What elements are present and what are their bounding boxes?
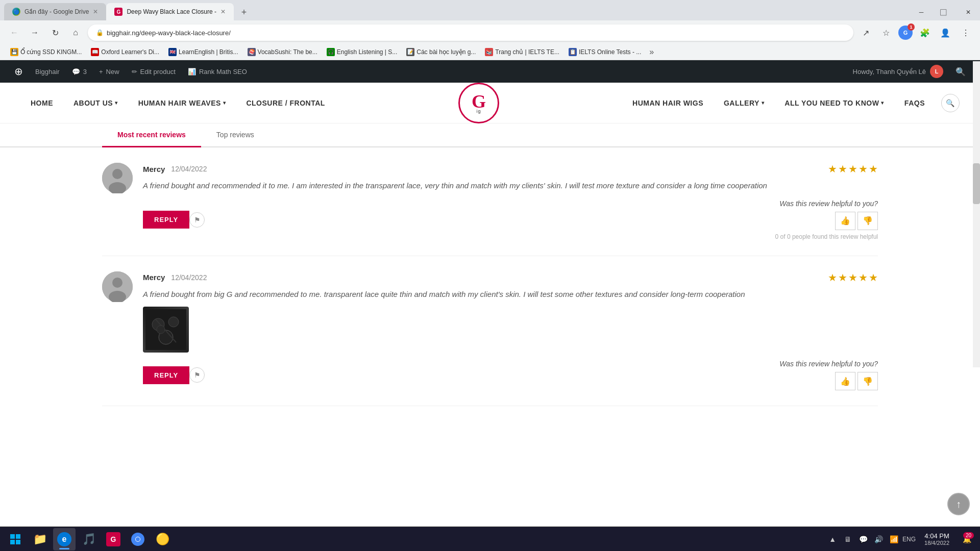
scroll-to-top-button[interactable]: ↑	[947, 493, 970, 515]
tray-network-icon[interactable]: 📶	[887, 532, 901, 546]
more-bookmarks-button[interactable]: »	[646, 46, 657, 58]
wp-logo-icon: ⊕	[14, 65, 23, 78]
chrome-icon	[131, 532, 145, 546]
address-input[interactable]: 🔒 bigghair.ng/deep-wavy-black-lace-closu…	[88, 24, 853, 41]
windows-icon	[8, 532, 22, 546]
profile-button[interactable]: 👤	[937, 24, 953, 41]
svg-rect-13	[16, 534, 20, 539]
bookmark-4[interactable]: 🍣 VocabSushi: The be...	[243, 46, 322, 58]
tab-top-reviews[interactable]: Top reviews	[201, 123, 270, 147]
bookmark-4-label: VocabSushi: The be...	[258, 48, 317, 56]
review-1-reply-button[interactable]: REPLY	[143, 211, 189, 229]
address-url: bigghair.ng/deep-wavy-black-lace-closure…	[107, 29, 231, 37]
scrollbar[interactable]	[973, 61, 980, 367]
browser-tab-1[interactable]: 🔵 Gần đây - Google Drive ✕	[4, 3, 106, 20]
tab-most-recent[interactable]: Most recent reviews	[102, 123, 201, 147]
wp-search-button[interactable]: 🔍	[949, 67, 972, 77]
tray-up-arrow[interactable]: ▲	[825, 532, 840, 546]
wp-avatar: L	[930, 65, 943, 78]
media-button[interactable]: 🎵	[78, 528, 100, 550]
media-icon: 🎵	[82, 532, 96, 546]
bookmark-2-icon: 📖	[91, 48, 99, 56]
wp-edit-product-item[interactable]: ✏ Edit product	[126, 60, 182, 83]
review-2-flag-button[interactable]: ⚑	[189, 367, 205, 383]
app4-button[interactable]: G	[102, 528, 125, 550]
notification-center-button[interactable]: 🔔 20	[958, 530, 976, 548]
notification-badge: 20	[963, 532, 974, 539]
nav-all-you-need[interactable]: ALL YOU NEED TO KNOW ▾	[774, 83, 894, 123]
bookmark-3[interactable]: 🇬🇧 LearnEnglish | Britis...	[164, 46, 242, 58]
start-button[interactable]	[4, 528, 27, 550]
close-button[interactable]: ✕	[957, 4, 980, 20]
review-1-flag-button[interactable]: ⚑	[189, 212, 205, 228]
wp-new-item[interactable]: + New	[93, 60, 126, 83]
nav-human-hair-weaves[interactable]: HUMAN HAIR WEAVES ▾	[128, 83, 236, 123]
review-2-image[interactable]	[143, 307, 189, 353]
wp-admin-right: Howdy, Thanh Quyền Lê L 🔍	[847, 65, 972, 78]
tray-chat-icon[interactable]: 💬	[856, 532, 870, 546]
app6-button[interactable]: 🟡	[151, 528, 174, 550]
nav-closure-frontal[interactable]: CLOSURE / FRONTAL	[236, 83, 335, 123]
wp-comments-item[interactable]: 💬 3	[66, 60, 93, 83]
browser-tab-2[interactable]: G Deep Wavy Black Lace Closure - ✕	[106, 3, 234, 20]
maximize-button[interactable]: ⃞	[933, 4, 957, 20]
star4: ★	[859, 163, 868, 175]
tab2-close[interactable]: ✕	[220, 8, 226, 15]
review-2-helpful-section: Was this review helpful to you? 👍 👎	[779, 360, 878, 390]
forward-button[interactable]: →	[27, 24, 43, 41]
extensions-button[interactable]: 🧩	[917, 24, 933, 41]
file-explorer-button[interactable]: 📁	[29, 528, 51, 550]
site-navigation: HOME ABOUT US ▾ HUMAN HAIR WEAVES ▾ CLOS…	[0, 83, 980, 123]
review-2-text: A friend bought from big G and recommend…	[143, 288, 878, 301]
tray-lang-label[interactable]: ENG	[902, 532, 916, 546]
app4-icon: G	[106, 532, 120, 546]
share-button[interactable]: ↗	[857, 24, 874, 41]
home-button[interactable]: ⌂	[67, 24, 84, 41]
tab1-close[interactable]: ✕	[93, 8, 98, 15]
nav-faqs[interactable]: FAQS	[894, 83, 935, 123]
chrome-button[interactable]	[127, 528, 149, 550]
site-logo[interactable]: G ig	[458, 83, 499, 123]
nav-human-hair-wigs[interactable]: HUMAN HAIR WIGS	[622, 83, 714, 123]
bookmark-7[interactable]: 📚 Trang chủ | IELTS TE...	[481, 46, 564, 58]
wp-logo-item[interactable]: ⊕	[8, 60, 29, 83]
wp-site-item[interactable]: Bigghair	[29, 60, 66, 83]
bookmark-1[interactable]: 💾 Ổ cứng SSD KINGM...	[6, 46, 86, 58]
nav-gallery[interactable]: GALLERY ▾	[714, 83, 774, 123]
bookmark-8-icon: 📋	[569, 48, 577, 56]
bookmark-8[interactable]: 📋 IELTS Online Tests - ...	[565, 46, 645, 58]
svg-point-8	[168, 317, 179, 327]
review-1-text: A friend bought and recommended it to me…	[143, 179, 878, 192]
edge-browser-button[interactable]: e	[53, 528, 76, 550]
bookmark-button[interactable]: ☆	[878, 24, 894, 41]
bookmark-1-icon: 💾	[10, 48, 18, 56]
minimize-button[interactable]: ─	[910, 4, 933, 20]
wp-rankmath-item[interactable]: 📊 Rank Math SEO	[182, 60, 253, 83]
bookmark-5[interactable]: 🎧 English Listening | S...	[323, 46, 402, 58]
clock-time: 4:04 PM	[924, 532, 949, 540]
back-button[interactable]: ←	[6, 24, 22, 41]
new-tab-button[interactable]: +	[236, 4, 252, 20]
review-1-thumbsup-button[interactable]: 👍	[835, 212, 855, 230]
review-2-thumbsdown-button[interactable]: 👎	[857, 372, 878, 390]
tray-volume-icon[interactable]: 🔊	[871, 532, 886, 546]
review-2-reply-button[interactable]: REPLY	[143, 366, 189, 384]
review-1-thumbsdown-button[interactable]: 👎	[857, 212, 878, 230]
svg-point-18	[136, 537, 140, 541]
review-2-thumbsup-button[interactable]: 👍	[835, 372, 855, 390]
tray-monitor-icon[interactable]: 🖥	[841, 532, 855, 546]
nav-search-button[interactable]: 🔍	[941, 94, 960, 112]
nav-home[interactable]: HOME	[20, 83, 63, 123]
system-clock[interactable]: 4:04 PM 18/4/2022	[918, 532, 955, 546]
scrollbar-thumb[interactable]	[973, 163, 980, 204]
bookmark-2[interactable]: 📖 Oxford Learner's Di...	[87, 46, 163, 58]
reload-button[interactable]: ↻	[47, 24, 63, 41]
wp-howdy[interactable]: Howdy, Thanh Quyền Lê L	[847, 65, 949, 78]
menu-button[interactable]: ⋮	[958, 24, 974, 41]
bookmark-7-icon: 📚	[485, 48, 493, 56]
translate-button[interactable]: G 1	[898, 26, 913, 40]
star2: ★	[838, 163, 847, 175]
file-explorer-icon: 📁	[33, 532, 47, 546]
bookmark-6[interactable]: 📝 Các bài học luyện g...	[402, 46, 480, 58]
nav-about-us[interactable]: ABOUT US ▾	[63, 83, 128, 123]
